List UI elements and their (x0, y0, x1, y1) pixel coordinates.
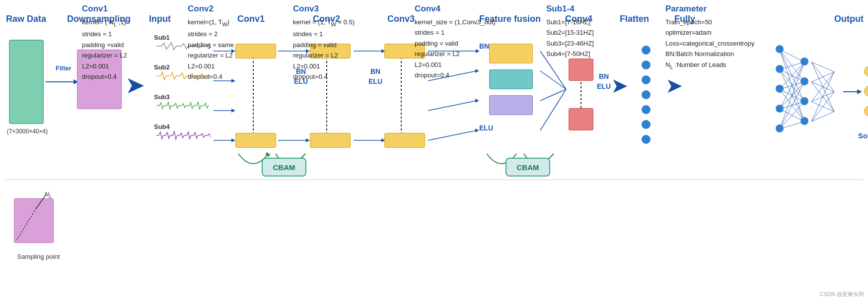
svg-line-50 (811, 62, 834, 72)
flatten-circle-2 (642, 60, 651, 69)
svg-line-38 (780, 62, 804, 89)
bottom-conv1-col: Conv1 kernel= ( NL ,1) strides = 1 paddi… (82, 4, 127, 82)
bottom-conv1-params: kernel= ( NL ,1) strides = 1 padding =va… (82, 17, 127, 82)
bn-elu-conv2-conv3: BNELU (368, 67, 382, 86)
bottom-conv4-col: Conv4 kernel_size = (1,Conv3_out) stride… (415, 4, 496, 81)
svg-line-24 (428, 130, 477, 140)
sampling-point-label: Sampling point (10, 253, 67, 260)
conv2-block-bottom (310, 133, 351, 148)
conv1-block-top (235, 44, 276, 59)
fully-l1-c3 (776, 85, 784, 93)
cbam-box-1: CBAM (262, 158, 306, 177)
sampling-illustration: NL (9, 188, 69, 263)
header-flatten: Flatten (620, 14, 649, 24)
svg-marker-65 (267, 154, 271, 157)
svg-line-54 (811, 82, 834, 92)
fully-l2-c4 (800, 117, 808, 125)
svg-line-53 (811, 72, 834, 82)
header-conv1: Conv1 (237, 14, 265, 24)
fully-l1-c1 (776, 45, 784, 53)
sub3-wave (156, 100, 211, 111)
big-arrow-flatten-fully: ➤ (665, 75, 683, 96)
svg-line-43 (780, 82, 804, 109)
svg-line-29 (540, 89, 566, 130)
flatten-circle-6 (642, 120, 651, 129)
output-circle-1 (864, 66, 868, 77)
conv4-block-top (569, 59, 593, 81)
cbam-box-2: CBAM (506, 158, 550, 177)
svg-marker-25 (475, 128, 479, 132)
svg-marker-23 (475, 99, 479, 103)
nl-diagram-label: NL (45, 191, 52, 199)
svg-marker-64 (266, 152, 270, 155)
raw-data-dim-label: (7×3000×40×4) (2, 128, 52, 135)
flatten-circle-7 (642, 135, 651, 144)
conv3-block-bottom (384, 133, 425, 148)
watermark: CSDN @是馋头阿 (820, 291, 864, 298)
bottom-conv4-params: kernel_size = (1,Conv3_out) strides = 1 … (415, 17, 496, 81)
svg-line-55 (811, 82, 834, 112)
fully-l1-c4 (776, 105, 784, 113)
svg-line-41 (780, 89, 804, 121)
svg-line-61 (811, 112, 834, 121)
softmax-label: Softmax (858, 131, 868, 140)
svg-line-60 (811, 92, 834, 121)
fusion-block-lavender (489, 95, 533, 115)
bottom-parameter-params: Train_epoch=50 optimizer=adam Loss=categ… (665, 17, 755, 71)
header-input: Input (149, 14, 171, 24)
fully-l2-c1 (800, 58, 808, 65)
sampling-svg (9, 188, 69, 258)
svg-line-56 (811, 72, 834, 102)
flatten-circle-4 (642, 90, 651, 99)
svg-line-28 (540, 89, 566, 101)
bottom-conv1-title: Conv1 (82, 4, 127, 14)
bottom-sub14-col: Sub1-4 Sub1=[7-16HZ] Sub2=[15-31HZ] Sub3… (546, 4, 594, 60)
svg-line-59 (811, 72, 834, 121)
sub4-wave (156, 130, 211, 141)
conv1-block-bottom (235, 133, 276, 148)
svg-line-58 (811, 102, 834, 112)
fusion-block-teal (489, 69, 533, 89)
fully-l2-c3 (800, 97, 808, 105)
fully-l1-c5 (776, 124, 784, 132)
bn-elu-conv4: BNELU (597, 72, 611, 91)
svg-line-51 (811, 62, 834, 92)
bottom-conv3-params: kernel = (1, TW × 0.5) strides = 1 paddi… (293, 17, 355, 82)
svg-line-48 (780, 102, 804, 129)
header-conv3: Conv3 (387, 14, 415, 24)
bottom-sub14-title: Sub1-4 (546, 4, 594, 14)
fusion-elu-label: ELU (479, 124, 493, 132)
svg-line-27 (540, 71, 566, 89)
flatten-circle-1 (642, 46, 651, 55)
svg-line-32 (780, 50, 804, 102)
fusion-block-yellow (489, 44, 533, 63)
bottom-parameter-title: Parameter (665, 4, 755, 14)
big-arrow-downsample-input: ➤ (125, 73, 145, 97)
raw-data-block (9, 40, 44, 124)
bottom-conv2-title: Conv2 (188, 4, 234, 14)
header-output: Output (834, 14, 864, 24)
svg-line-71 (16, 208, 36, 240)
svg-marker-63 (857, 89, 862, 94)
diagram-container: Raw Data Downsampling Input Conv1 Conv2 … (0, 0, 868, 300)
sub4-label: Sub4 (154, 123, 170, 130)
fully-l2-c2 (800, 77, 808, 85)
svg-marker-13 (306, 138, 310, 142)
bottom-sub14-params: Sub1=[7-16HZ] Sub2=[15-31HZ] Sub3=[23-46… (546, 17, 594, 60)
flatten-circle-5 (642, 105, 651, 114)
section-divider (5, 180, 863, 180)
bottom-parameter-col: Parameter Train_epoch=50 optimizer=adam … (665, 4, 755, 71)
svg-marker-7 (231, 109, 235, 113)
sub3-label: Sub3 (154, 93, 170, 101)
big-arrow-conv4-flatten: ➤ (611, 75, 628, 96)
header-raw-data: Raw Data (6, 14, 46, 24)
svg-line-57 (811, 92, 834, 102)
conv4-block-bottom (569, 108, 593, 130)
svg-marker-9 (231, 138, 235, 142)
fully-l1-c2 (776, 65, 784, 73)
svg-line-31 (780, 50, 804, 82)
svg-line-36 (780, 69, 804, 102)
flatten-circle-3 (642, 75, 651, 84)
svg-line-22 (428, 101, 477, 111)
sub1-label: Sub1 (154, 34, 170, 41)
